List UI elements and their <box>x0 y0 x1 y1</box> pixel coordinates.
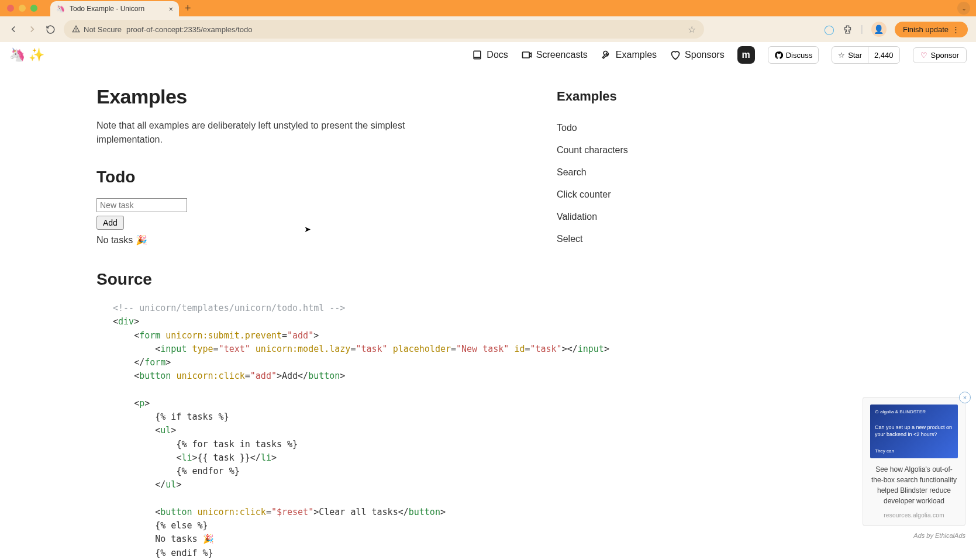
close-window-icon[interactable] <box>7 5 14 12</box>
bookmark-star-icon[interactable]: ☆ <box>688 24 696 35</box>
ad-text: See how Algolia's out-of-the-box search … <box>870 464 958 506</box>
sidebar-title: Examples <box>550 89 635 104</box>
tab-favicon-icon: 🦄 <box>56 5 65 13</box>
profile-avatar[interactable]: 👤 <box>871 22 887 37</box>
ad-source: resources.algolia.com <box>870 512 958 518</box>
extension-circle-icon[interactable]: ◯ <box>824 24 834 35</box>
nav-sponsors-label: Sponsors <box>685 50 725 60</box>
url-text: proof-of-concept:2335/examples/todo <box>126 25 252 34</box>
github-icon <box>774 51 783 60</box>
sidebar: Examples Todo Count characters Search Cl… <box>550 85 635 560</box>
sidebar-item-validation[interactable]: Validation <box>550 206 635 228</box>
discuss-label: Discuss <box>786 51 813 60</box>
sidebar-item-count[interactable]: Count characters <box>550 139 635 161</box>
ad-img-brand: ⊙ algolia & BLINDSTER <box>875 409 953 414</box>
not-secure-badge[interactable]: Not Secure <box>72 25 122 34</box>
mastodon-icon[interactable]: m <box>737 46 755 64</box>
book-icon <box>471 49 483 61</box>
github-star-button[interactable]: ☆ Star 2,440 <box>832 46 899 64</box>
address-bar[interactable]: Not Secure proof-of-concept:2335/example… <box>64 20 704 39</box>
ad-box[interactable]: × ⊙ algolia & BLINDSTER Can you set up a… <box>863 397 965 526</box>
site-header: 🦄 ✨ Docs Screencasts Examples Sponsors m <box>0 42 976 68</box>
browser-toolbar: Not Secure proof-of-concept:2335/example… <box>0 16 976 42</box>
ad-close-icon[interactable]: × <box>959 392 971 403</box>
ad-img-answer: They can <box>875 448 953 454</box>
wrench-icon <box>601 49 612 61</box>
github-discuss-button[interactable]: Discuss <box>768 46 819 64</box>
not-secure-label: Not Secure <box>84 25 122 34</box>
nav-examples[interactable]: Examples <box>601 49 657 61</box>
star-count: 2,440 <box>868 47 899 63</box>
nav-docs-label: Docs <box>487 50 508 60</box>
svg-point-0 <box>76 31 77 32</box>
section-todo-heading: Todo <box>96 168 468 186</box>
back-button[interactable] <box>8 24 19 34</box>
no-tasks-text: No tasks 🎉 <box>96 234 468 246</box>
new-tab-button[interactable]: + <box>185 2 191 15</box>
sidebar-item-search[interactable]: Search <box>550 161 635 184</box>
forward-button[interactable] <box>27 24 37 34</box>
kebab-icon: ⋮ <box>952 25 960 34</box>
mouse-cursor-icon: ➤ <box>304 224 311 234</box>
ad-img-question: Can you set up a new product on your bac… <box>875 424 953 438</box>
heart-icon <box>670 49 681 61</box>
sponsor-label: Sponsor <box>931 51 959 60</box>
reload-button[interactable] <box>46 25 56 34</box>
window-controls <box>7 5 37 12</box>
sidebar-item-select[interactable]: Select <box>550 228 635 250</box>
intro-note: Note that all examples are deliberately … <box>96 119 468 147</box>
close-tab-icon[interactable]: × <box>168 5 173 13</box>
page-content: 🦄 ✨ Docs Screencasts Examples Sponsors m <box>0 42 976 560</box>
sidebar-item-click[interactable]: Click counter <box>550 184 635 206</box>
source-code-block: <!-- unicorn/templates/unicorn/todo.html… <box>96 302 468 560</box>
nav-screencasts-label: Screencasts <box>536 50 588 60</box>
maximize-window-icon[interactable] <box>30 5 37 12</box>
ad-attribution[interactable]: Ads by EthicalAds <box>913 532 965 539</box>
ad-image: ⊙ algolia & BLINDSTER Can you set up a n… <box>870 405 958 458</box>
star-label: Star <box>848 51 862 60</box>
nav-sponsors[interactable]: Sponsors <box>670 49 725 61</box>
star-icon: ☆ <box>838 51 845 60</box>
add-button[interactable]: Add <box>96 216 124 230</box>
brand-logo[interactable]: 🦄 ✨ <box>9 47 44 63</box>
finish-update-label: Finish update <box>903 25 949 34</box>
minimize-window-icon[interactable] <box>19 5 26 12</box>
tabs-dropdown-icon[interactable]: ⌄ <box>957 2 970 15</box>
tab-title: Todo Example - Unicorn <box>70 5 164 13</box>
sponsor-button[interactable]: ♡ Sponsor <box>913 47 967 63</box>
main-column: Examples Note that all examples are deli… <box>0 85 468 560</box>
finish-update-button[interactable]: Finish update ⋮ <box>895 22 968 37</box>
section-source-heading: Source <box>96 270 468 289</box>
page-title: Examples <box>96 85 468 108</box>
browser-tab[interactable]: 🦄 Todo Example - Unicorn × <box>50 1 179 16</box>
nav-screencasts[interactable]: Screencasts <box>521 49 588 61</box>
new-task-input[interactable] <box>96 198 187 212</box>
sidebar-item-todo[interactable]: Todo <box>550 117 635 139</box>
extensions-icon[interactable] <box>843 25 853 34</box>
nav-examples-label: Examples <box>616 50 657 60</box>
video-icon <box>521 49 533 61</box>
svg-rect-2 <box>522 52 529 58</box>
heart-pink-icon: ♡ <box>920 51 927 60</box>
browser-tab-strip: 🦄 Todo Example - Unicorn × + ⌄ <box>0 0 976 16</box>
nav-docs[interactable]: Docs <box>471 49 508 61</box>
